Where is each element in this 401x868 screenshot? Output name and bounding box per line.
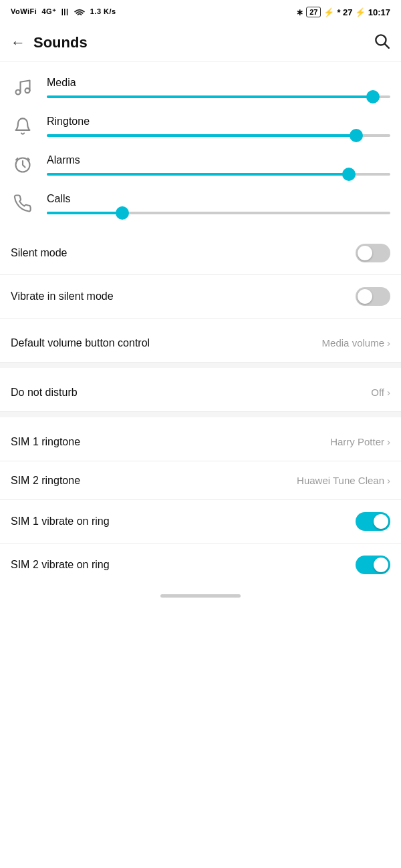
ringtone-slider-fill: [47, 134, 356, 137]
section-divider-2: [0, 412, 401, 417]
sim2-vibrate-toggle-knob: [374, 558, 388, 572]
clock-icon: [11, 156, 35, 174]
dnd-label: Do not disturb: [11, 387, 78, 399]
bluetooth-icon: ∗: [296, 7, 303, 17]
alarms-slider-thumb[interactable]: [342, 168, 356, 181]
calls-label: Calls: [47, 193, 390, 205]
svg-line-1: [385, 44, 389, 48]
calls-slider[interactable]: [47, 212, 390, 214]
page-title: Sounds: [33, 34, 88, 51]
alarms-label: Alarms: [47, 154, 390, 166]
calls-slider-thumb[interactable]: [116, 206, 129, 220]
volume-item-alarms: Alarms: [0, 146, 401, 185]
vibrate-silent-toggle[interactable]: [356, 287, 390, 306]
ringtone-volume-content: Ringtone: [47, 116, 390, 137]
dnd-section: Do not disturb Off ›: [0, 373, 401, 412]
sim1-vibrate-toggle-knob: [374, 514, 388, 529]
music-note-icon: [11, 78, 35, 97]
back-button[interactable]: ←: [11, 34, 25, 51]
default-volume-btn-value-text: Media volume: [322, 337, 384, 349]
volume-item-media: Media: [0, 69, 401, 107]
bell-icon: [11, 117, 35, 136]
sim1-vibrate-label: SIM 1 vibrate on ring: [11, 515, 110, 527]
volume-item-ringtone: Ringtone: [0, 107, 401, 146]
silent-mode-toggle-knob: [358, 246, 372, 260]
calls-volume-content: Calls: [47, 193, 390, 214]
default-volume-btn-value: Media volume ›: [322, 337, 390, 349]
app-bar-left: ← Sounds: [11, 34, 88, 51]
ringtone-label: Ringtone: [47, 116, 390, 128]
sim-section: SIM 1 ringtone Harry Potter › SIM 2 ring…: [0, 423, 401, 586]
home-indicator: [0, 586, 401, 603]
dnd-chevron-icon: ›: [387, 387, 390, 398]
status-right: ∗ 27 ⚡ * 27 ⚡ 10:17: [296, 7, 390, 17]
sim1-ringtone-value: Harry Potter ›: [330, 436, 390, 447]
status-left: VoWiFi 4G⁺ ||| 1.3 K/s: [11, 7, 116, 17]
phone-icon: [11, 194, 35, 213]
ringtone-slider[interactable]: [47, 134, 390, 137]
svg-point-2: [16, 90, 21, 95]
media-slider[interactable]: [47, 95, 390, 98]
calls-slider-fill: [47, 212, 122, 214]
battery-indicator: 27: [306, 7, 321, 17]
sim1-vibrate-toggle[interactable]: [356, 512, 390, 531]
media-label: Media: [47, 77, 390, 89]
alarms-volume-content: Alarms: [47, 154, 390, 176]
dnd-value-text: Off: [371, 387, 384, 398]
silent-mode-toggle[interactable]: [356, 244, 390, 262]
sim2-ringtone-label: SIM 2 ringtone: [11, 475, 80, 487]
vibrate-silent-toggle-knob: [358, 289, 372, 304]
sim1-ringtone-chevron: ›: [387, 436, 390, 447]
media-slider-fill: [47, 95, 373, 98]
settings-row-dnd[interactable]: Do not disturb Off ›: [0, 373, 401, 412]
settings-row-sim2-ringtone[interactable]: SIM 2 ringtone Huawei Tune Clean ›: [0, 461, 401, 500]
search-button[interactable]: [373, 32, 390, 53]
silent-mode-label: Silent mode: [11, 247, 68, 259]
sim2-vibrate-toggle[interactable]: [356, 556, 390, 574]
chevron-right-icon: ›: [387, 337, 390, 349]
status-bar: VoWiFi 4G⁺ ||| 1.3 K/s ∗ 27 ⚡ * 27 ⚡ 10:…: [0, 0, 401, 24]
default-volume-btn-label: Default volume button control: [11, 337, 150, 349]
settings-row-vibrate-silent: Vibrate in silent mode: [0, 275, 401, 318]
volume-section: Media Ringtone: [0, 62, 401, 226]
sim2-ringtone-value: Huawei Tune Clean ›: [297, 475, 390, 486]
section-divider-1: [0, 363, 401, 368]
settings-row-silent-mode: Silent mode: [0, 232, 401, 275]
settings-row-sim1-vibrate: SIM 1 vibrate on ring: [0, 500, 401, 544]
sim2-vibrate-label: SIM 2 vibrate on ring: [11, 559, 110, 571]
alarms-slider-fill: [47, 173, 349, 176]
alarms-slider[interactable]: [47, 173, 390, 176]
ringtone-slider-thumb[interactable]: [350, 129, 363, 142]
sim1-ringtone-label: SIM 1 ringtone: [11, 436, 80, 448]
settings-row-sim2-vibrate: SIM 2 vibrate on ring: [0, 544, 401, 586]
home-bar: [160, 594, 241, 598]
sim2-ringtone-value-text: Huawei Tune Clean: [297, 475, 384, 486]
charging-icon: ⚡: [323, 7, 334, 17]
volume-btn-section: Default volume button control Media volu…: [0, 324, 401, 363]
sim1-ringtone-value-text: Harry Potter: [330, 436, 384, 447]
sim2-ringtone-chevron: ›: [387, 475, 390, 486]
media-slider-thumb[interactable]: [366, 90, 380, 103]
status-left-text: VoWiFi 4G⁺ ||| 1.3 K/s: [11, 7, 116, 17]
toggle-settings-section: Silent mode Vibrate in silent mode: [0, 232, 401, 318]
dnd-value: Off ›: [371, 387, 390, 398]
settings-row-default-volume-btn[interactable]: Default volume button control Media volu…: [0, 324, 401, 363]
svg-point-3: [25, 88, 30, 93]
settings-row-sim1-ringtone[interactable]: SIM 1 ringtone Harry Potter ›: [0, 423, 401, 461]
app-bar: ← Sounds: [0, 24, 401, 62]
vibrate-silent-label: Vibrate in silent mode: [11, 290, 114, 302]
volume-item-calls: Calls: [0, 185, 401, 224]
time: * 27 ⚡ 10:17: [337, 7, 390, 17]
media-volume-content: Media: [47, 77, 390, 98]
